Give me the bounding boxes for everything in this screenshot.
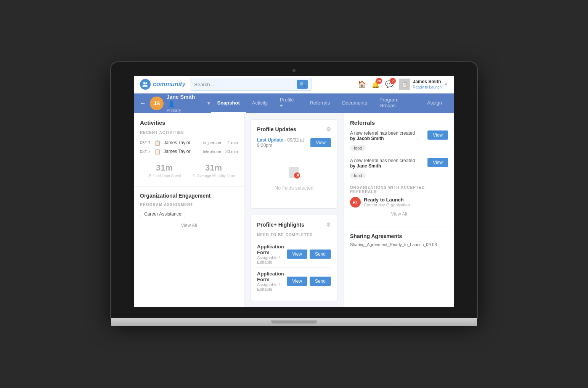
screen-bezel: community 🔍 🏠 🔔 20 💬 7	[111, 62, 477, 318]
form-send-button[interactable]: Send	[310, 250, 331, 259]
total-time-value: 31m	[140, 163, 189, 173]
laptop-base	[111, 318, 477, 326]
client-info: Jane Smith 👤 Primary	[167, 93, 204, 113]
no-fields-text: No fields selected	[275, 185, 314, 191]
logo-icon	[140, 79, 151, 90]
avg-time-box: 31m ⏱ Average Monthly Time	[189, 161, 238, 180]
form-send-button[interactable]: Send	[310, 277, 331, 286]
referral-author: by Jacob Smith	[350, 136, 384, 141]
right-panel: Referrals A new referral has been create…	[344, 113, 454, 307]
referrals-view-all[interactable]: View All	[350, 208, 448, 221]
back-button[interactable]: ←	[140, 100, 146, 107]
header-user: 📋 James Smith Ready to Launch ▼	[399, 79, 448, 90]
org-section: Organizational Engagement PROGRAM ASSIGN…	[134, 187, 244, 239]
referral-tag: food	[350, 172, 366, 179]
header-user-name: James Smith	[413, 79, 442, 85]
form-name: Application Form	[257, 271, 287, 282]
org-avatar: RT	[350, 197, 361, 208]
form-view-button[interactable]: View	[287, 277, 307, 286]
table-row: Application Form Assignable / Editable V…	[257, 241, 331, 268]
total-time-box: 31m ⏱ Total Time Spent	[140, 161, 189, 180]
referral-view-button[interactable]: View	[427, 130, 448, 140]
activity-icon: 📋	[154, 140, 161, 146]
left-panel: Activities RECENT ACTIVITIES 03/17 📋 Jam…	[134, 113, 244, 307]
no-fields-box: ✕ No fields selected	[257, 154, 331, 202]
logo-text: community	[153, 81, 185, 88]
referral-text: A new referral has been created by Jacob…	[350, 130, 415, 141]
referral-view-button[interactable]: View	[427, 158, 448, 167]
tab-assign[interactable]: Assign	[421, 94, 448, 113]
sub-nav-tabs: Snapshot Activity Profile + Referrals Do…	[211, 91, 448, 116]
search-input[interactable]	[194, 82, 297, 87]
org-name: Ready to Launch	[364, 197, 410, 203]
no-fields-icon: ✕	[287, 166, 301, 182]
laptop-shell: community 🔍 🏠 🔔 20 💬 7	[111, 62, 477, 326]
user-dropdown-icon[interactable]: ▼	[444, 82, 448, 87]
client-role: Primary	[167, 108, 204, 113]
last-update-text: Last Update - 09/02 at 9:20pm	[257, 137, 310, 148]
laptop-camera	[292, 69, 296, 72]
form-buttons: View Send	[287, 277, 331, 286]
clock-icon: ⏱	[148, 174, 151, 178]
tab-snapshot[interactable]: Snapshot	[211, 94, 246, 113]
profile-highlights-title: Profile+ Highlights	[257, 222, 304, 228]
referral-row: A new referral has been created by Jane …	[350, 158, 448, 170]
last-update-row: Last Update - 09/02 at 9:20pm View	[257, 137, 331, 148]
org-item: RT Ready to Launch Community Organizatio…	[350, 197, 448, 208]
avg-time-label: ⏱ Average Monthly Time	[189, 174, 238, 178]
view-all-link[interactable]: View All	[140, 218, 238, 233]
header-user-status: Ready to Launch	[413, 85, 442, 90]
search-button[interactable]: 🔍	[297, 80, 308, 89]
tab-activity[interactable]: Activity	[246, 94, 274, 113]
form-view-button[interactable]: View	[287, 250, 307, 259]
activity-icon: 📋	[154, 149, 161, 155]
activity-type: telephone	[203, 149, 221, 154]
table-row: 03/17 📋 James Taylor telephone 30 min	[140, 147, 238, 156]
tab-profile-plus[interactable]: Profile +	[274, 91, 304, 116]
activity-name: James Taylor	[164, 140, 200, 145]
org-details: Ready to Launch Community Organization	[364, 197, 410, 207]
activity-duration: 30 min	[224, 149, 238, 154]
home-button[interactable]: 🏠	[358, 80, 366, 89]
activities-title: Activities	[140, 119, 238, 126]
need-complete-label: NEED TO BE COMPLETED	[257, 233, 331, 237]
profile-updates-header: Profile Updates ⚙	[257, 126, 331, 133]
total-time-label: ⏱ Total Time Spent	[140, 174, 189, 178]
activity-date: 03/17	[140, 149, 151, 154]
form-sub: Assignable / Editable	[257, 255, 287, 264]
notifications-button[interactable]: 🔔 20	[371, 80, 380, 89]
tab-program-groups[interactable]: Program Groups	[373, 91, 421, 116]
referral-text-block: A new referral has been created by Jane …	[350, 158, 415, 170]
referrals-title: Referrals	[350, 119, 448, 126]
profile-highlights-settings-button[interactable]: ⚙	[326, 221, 331, 228]
client-name: Jane Smith 👤	[167, 93, 204, 107]
main-content: Activities RECENT ACTIVITIES 03/17 📋 Jam…	[134, 113, 454, 307]
profile-updates-card: Profile Updates ⚙ Last Update - 09/02 at…	[251, 119, 337, 209]
table-row: Application Form Assignable / Editable V…	[257, 268, 331, 295]
laptop-screen: community 🔍 🏠 🔔 20 💬 7	[134, 76, 454, 307]
tab-referrals[interactable]: Referrals	[304, 94, 336, 113]
header-right: 🏠 🔔 20 💬 7 📋 James Smith Ready to Launch	[358, 79, 448, 90]
profile-updates-settings-button[interactable]: ⚙	[326, 126, 331, 133]
messages-button[interactable]: 💬 7	[385, 80, 394, 89]
profile-updates-view-button[interactable]: View	[310, 138, 331, 147]
activity-date: 03/17	[140, 140, 151, 145]
org-title: Organizational Engagement	[140, 193, 238, 199]
notifications-badge: 20	[376, 78, 382, 84]
svg-point-0	[143, 82, 146, 84]
activity-duration: 1 min	[224, 140, 238, 145]
svg-text:✕: ✕	[296, 173, 300, 178]
sub-nav: ← JS Jane Smith 👤 Primary ▼ Snapshot Act…	[134, 93, 454, 113]
search-bar[interactable]: 🔍	[190, 78, 312, 91]
tab-documents[interactable]: Documents	[336, 94, 373, 113]
form-buttons: View Send	[287, 250, 331, 259]
form-info: Application Form Assignable / Editable	[257, 244, 287, 264]
table-row: 03/17 📋 James Taylor in_person 1 min	[140, 138, 238, 147]
app-logo: community	[140, 79, 185, 90]
org-accepted-label: ORGANIZATIONS WITH ACCEPTED REFERRALS	[350, 185, 448, 194]
referral-tag: food	[350, 145, 366, 151]
client-dropdown-icon[interactable]: ▼	[207, 101, 211, 106]
last-update-label: Last Update	[257, 137, 283, 143]
org-type: Community Organization	[364, 203, 410, 207]
program-tag: Career Assistance	[140, 210, 185, 218]
